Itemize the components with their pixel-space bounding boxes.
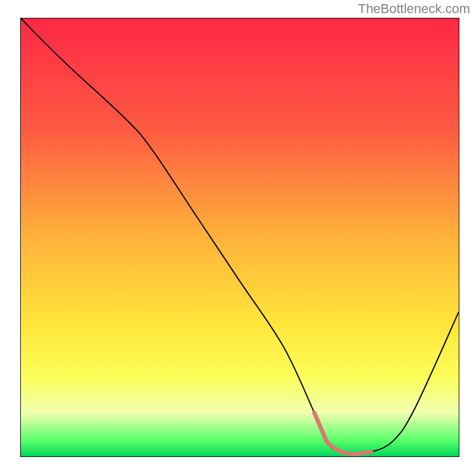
watermark-text: TheBottleneck.com — [358, 1, 470, 17]
curve-svg — [21, 18, 459, 456]
curve-path-group — [21, 18, 459, 454]
plot-frame — [20, 18, 459, 457]
chart-container: TheBottleneck.com — [0, 0, 476, 476]
optimal-zone-marker — [314, 412, 371, 454]
bottleneck-curve — [21, 18, 459, 454]
